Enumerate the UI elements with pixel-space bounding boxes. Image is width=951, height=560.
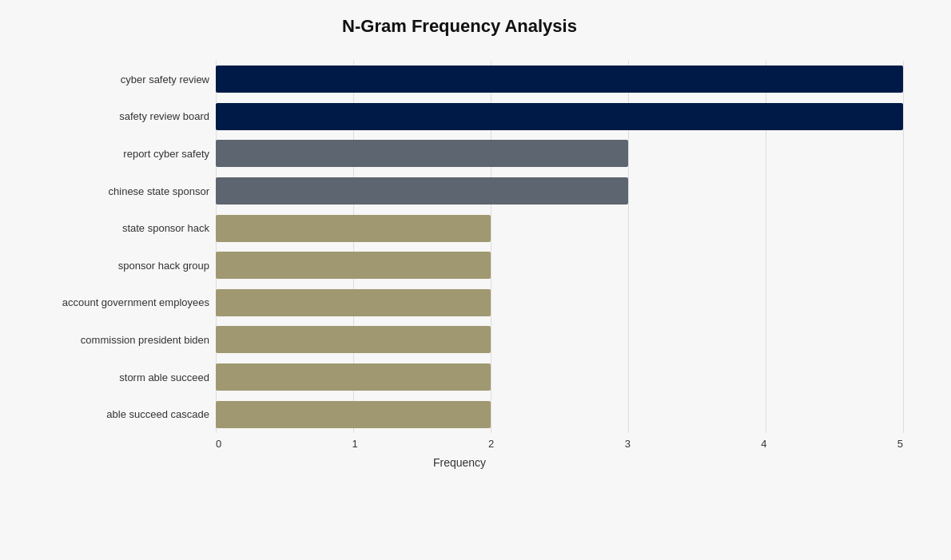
x-axis-label: 2 xyxy=(488,438,494,450)
x-axis-label: 3 xyxy=(625,438,631,450)
bar xyxy=(216,66,903,93)
x-axis-label: 4 xyxy=(761,438,766,450)
y-label: storm able succeed xyxy=(16,372,209,383)
x-axis-labels: 012345 xyxy=(216,438,903,450)
y-label: sponsor hack group xyxy=(16,260,209,271)
x-axis-label: 0 xyxy=(216,438,221,450)
bar xyxy=(216,326,491,353)
y-label: account government employees xyxy=(16,297,209,308)
x-axis-spacer xyxy=(16,438,216,450)
bar-row xyxy=(216,211,903,246)
y-label: commission president biden xyxy=(16,335,209,345)
bar-row xyxy=(216,285,903,320)
bar xyxy=(216,177,628,205)
x-axis-label: 5 xyxy=(897,438,903,450)
bars-section: cyber safety reviewsafety review boardre… xyxy=(16,61,903,433)
bar xyxy=(216,215,491,242)
x-axis-label: 1 xyxy=(352,438,358,450)
y-label: able succeed cascade xyxy=(16,409,209,419)
bar xyxy=(216,252,491,279)
bar-row xyxy=(216,322,903,357)
chart-title: N-Gram Frequency Analysis xyxy=(16,16,903,37)
bar xyxy=(216,401,491,428)
chart-area: cyber safety reviewsafety review boardre… xyxy=(16,61,903,469)
y-labels: cyber safety reviewsafety review boardre… xyxy=(16,61,216,433)
y-label: state sponsor hack xyxy=(16,223,209,233)
chart-container: N-Gram Frequency Analysis cyber safety r… xyxy=(0,0,951,560)
bar-row xyxy=(216,248,903,283)
bar-row xyxy=(216,62,903,97)
bar-row xyxy=(216,173,903,209)
bar xyxy=(216,103,903,130)
bar xyxy=(216,140,628,167)
y-label: safety review board xyxy=(16,111,209,121)
y-label: cyber safety review xyxy=(16,74,209,85)
x-axis-section: 012345 xyxy=(16,438,903,450)
bars-and-grid xyxy=(216,61,903,433)
x-axis-title: Frequency xyxy=(16,456,903,469)
bar-row xyxy=(216,99,903,134)
y-label: chinese state sponsor xyxy=(16,186,209,197)
y-label: report cyber safety xyxy=(16,149,209,159)
bar-row xyxy=(216,397,903,432)
bar-row xyxy=(216,136,903,171)
bar xyxy=(216,363,491,391)
bar xyxy=(216,289,491,316)
bar-row xyxy=(216,359,903,395)
grid-line xyxy=(903,61,904,433)
